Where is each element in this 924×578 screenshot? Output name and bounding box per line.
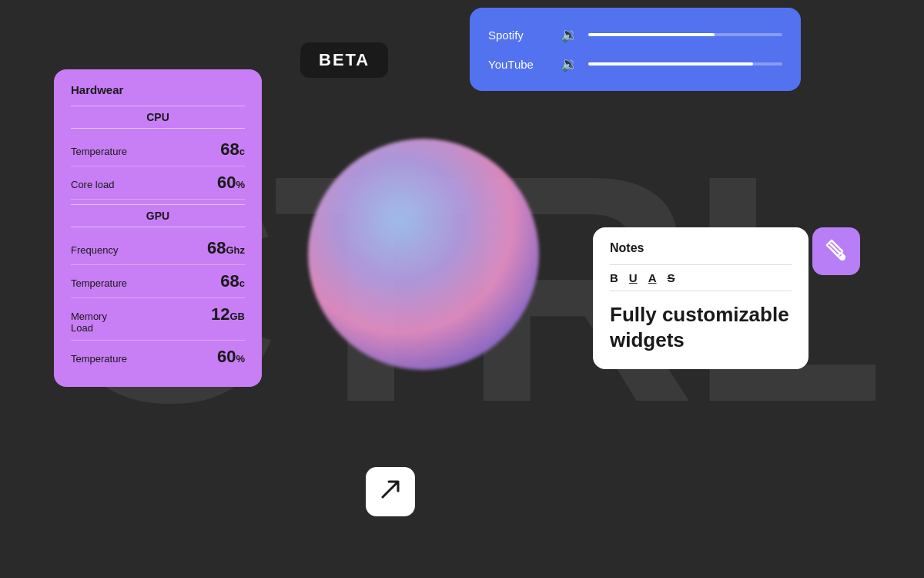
hardware-widget: Hardwear CPU Temperature 68c Core load 6…	[54, 69, 262, 387]
spotify-row: Spotify 🔉	[488, 22, 782, 48]
gpu-memoryload-row: MemoryLoad 12GB	[71, 298, 245, 341]
cpu-section-label: CPU	[71, 106, 245, 129]
cpu-temperature-value: 68c	[220, 139, 245, 160]
notes-widget: Notes B U A S Fully customizable widgets	[593, 227, 808, 369]
paint-bucket-button[interactable]	[812, 227, 860, 275]
gpu-temperature2-row: Temperature 60%	[71, 341, 245, 373]
beta-badge: BETA	[300, 42, 388, 78]
audio-widget: Spotify 🔉 YouTube 🔉	[470, 8, 801, 91]
cpu-temperature-label: Temperature	[71, 146, 127, 157]
gpu-temperature2-value: 60%	[217, 347, 245, 367]
spotify-volume-icon: 🔉	[561, 26, 578, 43]
youtube-volume-track[interactable]	[588, 62, 782, 66]
underline-button[interactable]: U	[629, 271, 638, 284]
cpu-coreload-value: 60%	[217, 173, 245, 193]
gpu-frequency-row: Frequency 68Ghz	[71, 232, 245, 265]
gpu-frequency-label: Frequency	[71, 244, 118, 256]
gpu-temperature-label: Temperature	[71, 277, 127, 289]
gradient-orb-container	[308, 139, 539, 370]
cpu-coreload-label: Core load	[71, 179, 114, 190]
expand-button[interactable]	[366, 467, 415, 516]
gradient-orb	[308, 139, 539, 370]
youtube-label: YouTube	[488, 58, 550, 71]
gpu-temperature-row: Temperature 68c	[71, 265, 245, 298]
youtube-volume-fill	[588, 62, 753, 66]
expand-icon	[378, 477, 403, 507]
spotify-label: Spotify	[488, 29, 550, 42]
notes-title: Notes	[610, 241, 792, 255]
cpu-temperature-row: Temperature 68c	[71, 133, 245, 166]
svg-point-0	[840, 255, 845, 260]
gpu-temperature-value: 68c	[220, 271, 245, 291]
bold-button[interactable]: B	[610, 271, 618, 284]
spotify-volume-track[interactable]	[588, 33, 782, 36]
gpu-section-label: GPU	[71, 204, 245, 227]
gpu-memoryload-value: 12GB	[211, 304, 245, 324]
notes-content[interactable]: Fully customizable widgets	[610, 302, 792, 352]
youtube-volume-icon: 🔉	[561, 55, 578, 72]
underline-a-button[interactable]: A	[648, 271, 657, 284]
notes-toolbar: B U A S	[610, 264, 792, 291]
strikethrough-button[interactable]: S	[668, 271, 675, 284]
hardware-title: Hardwear	[71, 83, 245, 96]
gpu-frequency-value: 68Ghz	[207, 238, 245, 258]
youtube-row: YouTube 🔉	[488, 51, 782, 77]
gpu-memoryload-label: MemoryLoad	[71, 311, 107, 334]
spotify-volume-fill	[588, 33, 715, 36]
gpu-temperature2-label: Temperature	[71, 353, 127, 365]
paint-bucket-icon	[823, 238, 849, 264]
cpu-coreload-row: Core load 60%	[71, 166, 245, 200]
